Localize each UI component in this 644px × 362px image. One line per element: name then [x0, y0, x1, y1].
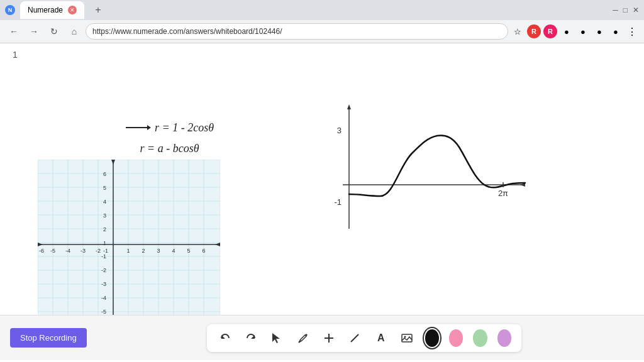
svg-text:-4: -4: [65, 248, 70, 254]
eraser-icon: [348, 332, 361, 344]
stop-recording-button[interactable]: Stop Recording: [10, 328, 87, 348]
pen-tool-button[interactable]: [295, 328, 311, 348]
svg-text:3: 3: [103, 212, 106, 219]
svg-text:-6: -6: [39, 248, 44, 254]
grid-svg: -5 -4 -3 -2 -1 1 2 3 4 5 6 -6 2 3 4 5 6 …: [38, 160, 220, 329]
title-bar-controls: ─ □ ✕: [613, 6, 639, 14]
page-number: 1: [13, 50, 18, 60]
image-tool-button[interactable]: [399, 328, 415, 348]
svg-line-69: [351, 334, 358, 342]
tab-title: Numerade: [28, 6, 63, 14]
browser-chrome: N Numerade ✕ + ─ □ ✕ ← → ↻ ⌂ https://www…: [0, 0, 644, 43]
url-text: https://www.numerade.com/answers/whitebo…: [92, 27, 282, 36]
math-line-2: r = a - bcosθ: [126, 140, 214, 158]
svg-marker-66: [272, 333, 280, 343]
restore-button[interactable]: □: [623, 6, 628, 14]
undo-icon: [219, 332, 231, 344]
svg-text:-2: -2: [96, 248, 101, 254]
svg-text:-1: -1: [101, 253, 106, 260]
redo-button[interactable]: [243, 328, 258, 348]
wave-graph-svg: 3 -1 2π: [318, 103, 531, 241]
svg-marker-1: [147, 125, 151, 130]
redo-icon: [245, 332, 257, 344]
svg-text:-5: -5: [101, 309, 106, 315]
svg-text:3: 3: [157, 248, 160, 254]
svg-text:5: 5: [187, 248, 190, 254]
text-tool-button[interactable]: A: [373, 328, 389, 348]
plus-icon: [323, 332, 335, 344]
home-button[interactable]: ⌂: [65, 23, 83, 40]
svg-text:3: 3: [337, 126, 341, 135]
svg-text:2π: 2π: [498, 189, 508, 198]
svg-text:-3: -3: [80, 248, 86, 254]
svg-text:2: 2: [103, 226, 106, 233]
svg-text:4: 4: [172, 248, 175, 254]
coordinate-grid: -5 -4 -3 -2 -1 1 2 3 4 5 6 -6 2 3 4 5 6 …: [38, 160, 220, 329]
extension-icon-3[interactable]: ●: [592, 25, 606, 38]
title-bar: N Numerade ✕ + ─ □ ✕: [0, 0, 644, 20]
refresh-button[interactable]: ↻: [45, 23, 63, 40]
svg-text:2: 2: [142, 248, 145, 254]
color-pink[interactable]: [449, 329, 463, 347]
forward-button[interactable]: →: [25, 23, 43, 40]
svg-text:6: 6: [103, 171, 106, 177]
svg-text:1: 1: [126, 248, 130, 254]
eraser-tool-button[interactable]: [347, 328, 363, 348]
extension-icon-1[interactable]: ●: [560, 25, 574, 38]
select-tool-button[interactable]: [269, 328, 285, 348]
menu-button[interactable]: ⋮: [625, 25, 639, 38]
undo-button[interactable]: [217, 328, 233, 348]
extension-icon-2[interactable]: ●: [576, 25, 590, 38]
bookmark-icon[interactable]: ☆: [511, 25, 525, 38]
math-formula-2: r = a - bcosθ: [126, 142, 199, 155]
math-line-1: r = 1 - 2cosθ: [126, 119, 214, 137]
title-bar-left: N Numerade ✕ +: [5, 1, 613, 19]
new-tab-button[interactable]: +: [89, 1, 107, 19]
whiteboard-area: 1 r = 1 - 2cosθ r = a - bcosθ a: [0, 43, 644, 360]
svg-text:-4: -4: [101, 295, 106, 301]
color-purple[interactable]: [497, 329, 511, 347]
pen-icon: [297, 332, 309, 344]
svg-marker-59: [347, 104, 351, 109]
svg-text:-1: -1: [334, 197, 341, 207]
svg-text:-5: -5: [50, 248, 55, 254]
toolbar-tools: A: [207, 324, 521, 352]
profile-icon[interactable]: R: [527, 25, 541, 38]
cursor-icon: [271, 332, 282, 344]
color-black[interactable]: [425, 329, 439, 347]
add-tool-button[interactable]: [321, 328, 336, 348]
nav-bar: ← → ↻ ⌂ https://www.numerade.com/answers…: [0, 20, 644, 43]
math-formula-1: r = 1 - 2cosθ: [155, 119, 214, 137]
svg-text:-3: -3: [101, 281, 106, 287]
back-button[interactable]: ←: [5, 23, 23, 40]
wave-graph: 3 -1 2π: [318, 103, 531, 241]
close-button[interactable]: ✕: [633, 6, 639, 14]
profile-icon-2[interactable]: R: [543, 25, 557, 38]
svg-text:1: 1: [103, 240, 106, 246]
color-green[interactable]: [473, 329, 487, 347]
text-icon: A: [377, 332, 385, 344]
svg-text:-2: -2: [101, 267, 106, 273]
arrow-icon: [126, 121, 151, 134]
browser-favicon: N: [5, 5, 15, 15]
minimize-button[interactable]: ─: [613, 6, 618, 14]
extension-icon-4[interactable]: ●: [609, 25, 623, 38]
tab-close-button[interactable]: ✕: [68, 6, 77, 14]
browser-toolbar-icons: ☆ R R ● ● ● ● ⋮: [511, 25, 639, 38]
svg-text:5: 5: [103, 185, 106, 191]
image-icon: [401, 332, 413, 344]
svg-text:6: 6: [202, 248, 205, 254]
svg-text:4: 4: [103, 199, 106, 205]
toolbar: Stop Recording: [0, 315, 644, 360]
browser-tab[interactable]: Numerade ✕: [20, 1, 84, 19]
address-bar[interactable]: https://www.numerade.com/answers/whitebo…: [86, 23, 508, 40]
